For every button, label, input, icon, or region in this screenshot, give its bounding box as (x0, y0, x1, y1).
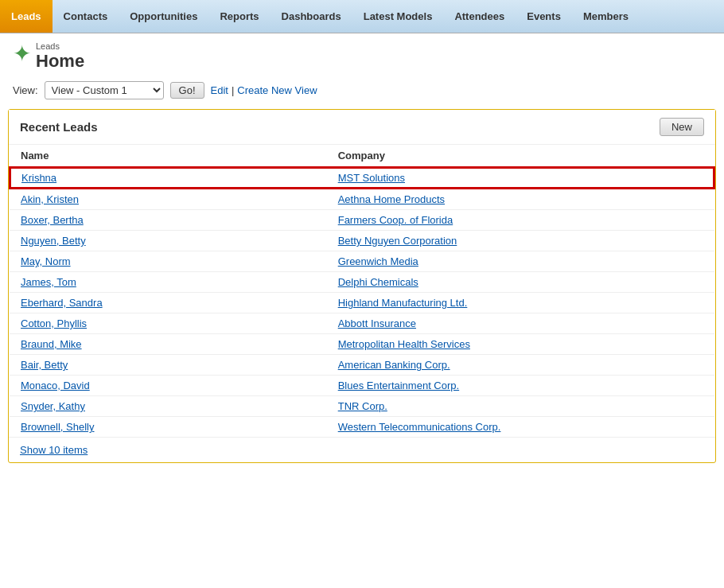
lead-name-cell: Braund, Mike (10, 334, 327, 355)
nav-item-contacts[interactable]: Contacts (53, 0, 119, 33)
go-button[interactable]: Go! (170, 82, 204, 99)
lead-name-cell: Boxer, Bertha (10, 210, 327, 231)
table-body: KrishnaMST SolutionsAkin, KristenAethna … (10, 167, 714, 437)
nav-item-reports[interactable]: Reports (208, 0, 270, 33)
lead-company-cell: Greenwich Media (327, 251, 714, 272)
table-row: Akin, KristenAethna Home Products (10, 189, 714, 210)
show-items: Show 10 items (9, 437, 715, 462)
lead-company-cell: Betty Nguyen Corporation (327, 231, 714, 251)
lead-company-link[interactable]: TNR Corp. (338, 400, 387, 412)
lead-company-cell: Blues Entertainment Corp. (327, 376, 714, 396)
lead-name-link[interactable]: Eberhard, Sandra (21, 297, 103, 309)
lead-name-cell: Brownell, Shelly (10, 417, 327, 438)
table-row: Bair, BettyAmerican Banking Corp. (10, 355, 714, 376)
lead-company-link[interactable]: Metropolitan Health Services (338, 338, 470, 350)
lead-name-link[interactable]: Cotton, Phyllis (21, 317, 87, 329)
lead-name-link[interactable]: Snyder, Kathy (21, 400, 85, 412)
lead-name-cell: Snyder, Kathy (10, 396, 327, 417)
lead-name-link[interactable]: Boxer, Bertha (21, 214, 84, 226)
lead-name-cell: Cotton, Phyllis (10, 313, 327, 334)
lead-name-link[interactable]: James, Tom (21, 276, 76, 288)
table-row: Brownell, ShellyWestern Telecommunicatio… (10, 417, 714, 438)
lead-name-link[interactable]: May, Norm (21, 255, 71, 267)
panel-title: Recent Leads (20, 120, 98, 134)
lead-name-link[interactable]: Bair, Betty (21, 359, 68, 371)
view-links: Edit | Create New View (211, 84, 317, 96)
main-panel: Recent Leads New NameCompany KrishnaMST … (8, 109, 716, 463)
page-header: ✦ Leads Home (0, 33, 724, 75)
page-content: ✦ Leads Home View: View - Custom 1 Go! E… (0, 33, 724, 588)
lead-name-link[interactable]: Akin, Kristen (21, 193, 79, 205)
view-select[interactable]: View - Custom 1 (45, 81, 164, 99)
leads-table: NameCompany KrishnaMST SolutionsAkin, Kr… (9, 145, 715, 437)
lead-company-cell: TNR Corp. (327, 396, 714, 417)
lead-company-link[interactable]: MST Solutions (338, 172, 405, 184)
table-row: Snyder, KathyTNR Corp. (10, 396, 714, 417)
table-row: Boxer, BerthaFarmers Coop. of Florida (10, 210, 714, 231)
lead-company-cell: Aethna Home Products (327, 189, 714, 210)
lead-company-cell: Abbott Insurance (327, 313, 714, 334)
new-button[interactable]: New (660, 118, 704, 136)
nav-item-events[interactable]: Events (516, 0, 572, 33)
lead-company-link[interactable]: American Banking Corp. (338, 359, 450, 371)
lead-company-link[interactable]: Betty Nguyen Corporation (338, 235, 457, 247)
table-row: Cotton, PhyllisAbbott Insurance (10, 313, 714, 334)
lead-name-cell: Nguyen, Betty (10, 231, 327, 251)
lead-company-link[interactable]: Western Telecommunications Corp. (338, 421, 501, 433)
view-label: View: (13, 84, 38, 96)
nav-item-members[interactable]: Members (572, 0, 640, 33)
table-row: James, TomDelphi Chemicals (10, 272, 714, 293)
lead-name-link[interactable]: Krishna (21, 172, 56, 184)
col-header-company: Company (327, 145, 714, 167)
lead-name-cell: Monaco, David (10, 376, 327, 396)
table-row: Braund, MikeMetropolitan Health Services (10, 334, 714, 355)
lead-company-cell: American Banking Corp. (327, 355, 714, 376)
lead-company-cell: Highland Manufacturing Ltd. (327, 293, 714, 313)
table-row: KrishnaMST Solutions (10, 167, 714, 189)
show-items-link[interactable]: Show 10 items (20, 444, 88, 456)
view-row: View: View - Custom 1 Go! Edit | Create … (0, 75, 724, 109)
lead-company-cell: Farmers Coop. of Florida (327, 210, 714, 231)
lead-company-link[interactable]: Highland Manufacturing Ltd. (338, 297, 468, 309)
lead-name-cell: James, Tom (10, 272, 327, 293)
nav-item-attendees[interactable]: Attendees (443, 0, 516, 33)
page-title: Home (36, 51, 84, 72)
lead-name-link[interactable]: Monaco, David (21, 380, 90, 391)
header-text-group: Leads Home (36, 41, 84, 72)
star-icon: ✦ (13, 43, 31, 65)
lead-company-link[interactable]: Abbott Insurance (338, 317, 416, 329)
lead-company-link[interactable]: Greenwich Media (338, 255, 418, 267)
table-header-row: NameCompany (10, 145, 714, 167)
nav-item-opportunities[interactable]: Opportunities (119, 0, 208, 33)
edit-view-link[interactable]: Edit (211, 84, 228, 96)
lead-company-link[interactable]: Aethna Home Products (338, 193, 445, 205)
lead-name-cell: Bair, Betty (10, 355, 327, 376)
lead-company-cell: Delphi Chemicals (327, 272, 714, 293)
lead-name-cell: Eberhard, Sandra (10, 293, 327, 313)
lead-company-cell: MST Solutions (327, 167, 714, 189)
panel-header: Recent Leads New (9, 110, 715, 145)
lead-company-cell: Western Telecommunications Corp. (327, 417, 714, 438)
lead-name-link[interactable]: Nguyen, Betty (21, 235, 86, 247)
nav-item-latest-models[interactable]: Latest Models (352, 0, 444, 33)
table-row: Eberhard, SandraHighland Manufacturing L… (10, 293, 714, 313)
lead-name-cell: May, Norm (10, 251, 327, 272)
table-header: NameCompany (10, 145, 714, 167)
view-divider: | (232, 84, 234, 96)
nav-item-leads[interactable]: Leads (0, 0, 53, 33)
lead-name-cell: Akin, Kristen (10, 189, 327, 210)
lead-company-link[interactable]: Delphi Chemicals (338, 276, 418, 288)
table-row: Monaco, DavidBlues Entertainment Corp. (10, 376, 714, 396)
lead-name-cell: Krishna (10, 167, 327, 189)
lead-company-link[interactable]: Farmers Coop. of Florida (338, 214, 453, 226)
create-view-link[interactable]: Create New View (237, 84, 317, 96)
table-row: May, NormGreenwich Media (10, 251, 714, 272)
nav-item-dashboards[interactable]: Dashboards (271, 0, 352, 33)
lead-name-link[interactable]: Braund, Mike (21, 338, 82, 350)
lead-name-link[interactable]: Brownell, Shelly (21, 421, 95, 433)
top-navigation: LeadsContactsOpportunitiesReportsDashboa… (0, 0, 724, 33)
table-row: Nguyen, BettyBetty Nguyen Corporation (10, 231, 714, 251)
breadcrumb: Leads (36, 41, 84, 51)
lead-company-cell: Metropolitan Health Services (327, 334, 714, 355)
lead-company-link[interactable]: Blues Entertainment Corp. (338, 380, 459, 391)
